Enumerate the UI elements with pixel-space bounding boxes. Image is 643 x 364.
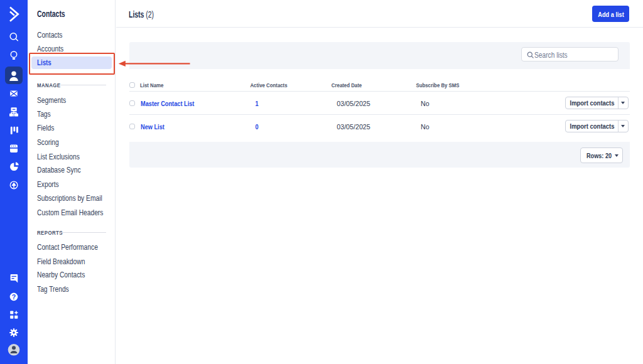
svg-text:?: ?	[12, 293, 16, 301]
